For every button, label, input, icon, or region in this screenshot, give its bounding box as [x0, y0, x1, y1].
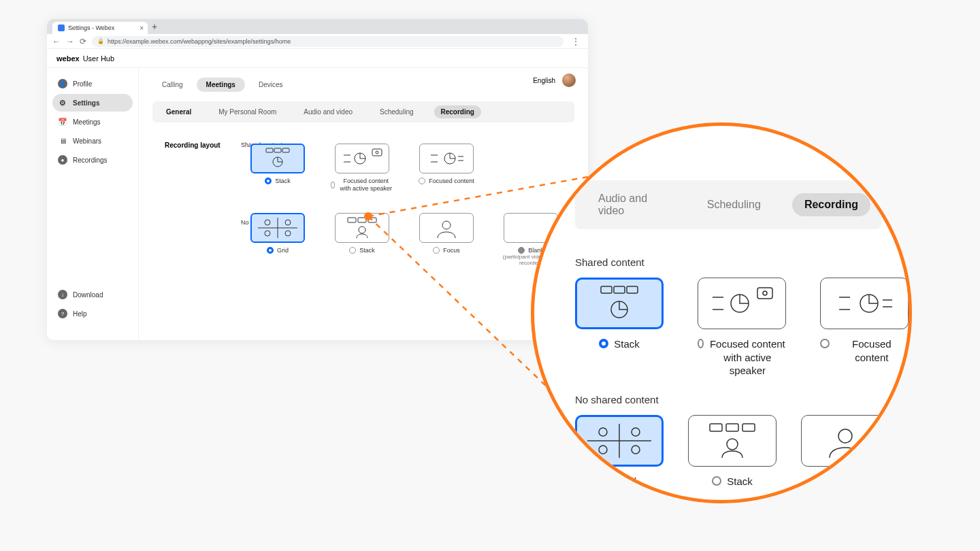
- zoom-option-focused-active[interactable]: Focused content with active speaker: [698, 278, 786, 378]
- browser-window: Settings - Webex × + ← → ⟳ 🔒 https://exa…: [47, 19, 588, 340]
- sidebar-item-recordings[interactable]: ● Recordings: [52, 151, 133, 169]
- tab-title: Settings - Webex: [68, 24, 114, 31]
- header-right: English: [533, 73, 576, 87]
- svg-rect-0: [266, 148, 273, 152]
- url-field[interactable]: 🔒 https://example.webex.com/webappng/sit…: [92, 36, 564, 47]
- layout-option-grid[interactable]: Grid: [246, 213, 309, 267]
- radio-stack-shared[interactable]: Stack: [265, 178, 291, 185]
- tab-label: Meetings: [206, 81, 235, 88]
- reload-icon[interactable]: ⟳: [80, 37, 86, 46]
- browser-menu-icon[interactable]: ⋮: [569, 37, 583, 46]
- calendar-icon: 📅: [58, 117, 67, 127]
- svg-rect-22: [368, 218, 376, 222]
- new-tab-button[interactable]: +: [152, 22, 157, 31]
- sidebar-label: Profile: [73, 80, 92, 88]
- zoom-radio-focus[interactable]: Focus: [824, 475, 867, 488]
- subtab-audio-video[interactable]: Audio and video: [297, 105, 359, 118]
- zoom-subtab-audio-video[interactable]: Audio and video: [586, 187, 676, 222]
- radio-focused-active[interactable]: Focused content with active speaker: [331, 178, 393, 193]
- subtab-general[interactable]: General: [159, 105, 198, 118]
- sidebar-label: Settings: [73, 99, 99, 107]
- layout-thumb-focused-content-icon: [419, 144, 474, 173]
- sidebar-item-settings[interactable]: ⚙ Settings: [52, 94, 133, 112]
- svg-rect-20: [348, 218, 356, 222]
- zoom-shared-header: Shared content: [575, 256, 881, 268]
- radio-focused-content[interactable]: Focused content: [419, 178, 474, 185]
- svg-point-47: [632, 446, 640, 454]
- zoom-option-grid[interactable]: Grid: [575, 415, 664, 488]
- webinar-icon: 🖥: [58, 136, 67, 146]
- radio-stack-noshared[interactable]: Stack: [349, 247, 375, 254]
- layout-thumb-focus-icon: [419, 213, 474, 243]
- subtab-recording[interactable]: Recording: [434, 105, 481, 118]
- gear-icon: ⚙: [58, 98, 67, 107]
- zoom-subtab-label: Recording: [804, 199, 858, 210]
- close-tab-icon[interactable]: ×: [140, 24, 144, 32]
- zoom-thumb-stack-icon: [575, 278, 664, 329]
- zoom-option-stack-shared[interactable]: Stack: [575, 278, 664, 378]
- sidebar-label: Webinars: [73, 137, 101, 145]
- zoom-radio-grid[interactable]: Grid: [602, 475, 636, 488]
- zoom-thumb-focus-icon: [801, 415, 889, 467]
- sidebar-item-meetings[interactable]: 📅 Meetings: [52, 113, 133, 131]
- svg-rect-29: [614, 286, 625, 293]
- zoom-radio-focused-active[interactable]: Focused content with active speaker: [698, 337, 786, 378]
- magnifier-callout: Audio and video Scheduling Recording Sha…: [531, 122, 912, 503]
- radio-grid[interactable]: Grid: [267, 247, 289, 254]
- svg-point-5: [376, 151, 378, 154]
- forward-icon[interactable]: →: [66, 37, 74, 46]
- layout-option-focus[interactable]: Focus: [415, 213, 478, 267]
- zoom-shared-row: Stack Focused content with active speake…: [575, 278, 881, 378]
- zoom-thumb-stack-noshared-icon: [688, 415, 777, 467]
- svg-rect-48: [710, 424, 722, 431]
- sidebar-item-download[interactable]: ↓ Download: [52, 286, 133, 303]
- subtab-personal-room[interactable]: My Personal Room: [212, 105, 283, 118]
- favicon-icon: [58, 24, 65, 31]
- url-text: https://example.webex.com/webappng/sites…: [108, 38, 291, 45]
- radio-focus[interactable]: Focus: [433, 247, 460, 254]
- zoom-radio-focused-content[interactable]: Focused content: [820, 337, 909, 364]
- tab-calling[interactable]: Calling: [152, 78, 193, 92]
- svg-point-33: [763, 291, 767, 295]
- layout-option-stack-shared[interactable]: Stack: [246, 144, 309, 193]
- svg-point-45: [632, 428, 640, 436]
- zoom-subtab-label: Audio and video: [598, 193, 647, 216]
- svg-rect-2: [282, 148, 289, 152]
- layout-option-stack-noshared[interactable]: Stack: [331, 213, 393, 267]
- tab-devices[interactable]: Devices: [249, 78, 293, 92]
- zoom-option-focus[interactable]: Focus: [801, 415, 889, 488]
- layout-option-focused-active[interactable]: Focused content with active speaker: [331, 144, 393, 193]
- svg-point-19: [285, 231, 291, 236]
- sidebar-item-profile[interactable]: 👤 Profile: [52, 75, 133, 93]
- svg-rect-32: [757, 288, 772, 299]
- sidebar-item-webinars[interactable]: 🖥 Webinars: [52, 132, 133, 150]
- zoom-radio-stack-shared[interactable]: Stack: [599, 337, 640, 351]
- svg-rect-1: [274, 148, 281, 152]
- zoom-thumb-focused-content-icon: [820, 278, 909, 329]
- user-avatar[interactable]: [562, 73, 576, 87]
- subtab-scheduling[interactable]: Scheduling: [373, 105, 420, 118]
- svg-point-18: [265, 231, 270, 236]
- svg-point-16: [265, 220, 270, 225]
- zoom-option-stack-noshared[interactable]: Stack: [688, 415, 777, 488]
- zoom-subtab-scheduling[interactable]: Scheduling: [695, 193, 773, 216]
- language-selector[interactable]: English: [533, 77, 555, 84]
- download-icon: ↓: [58, 290, 67, 299]
- svg-point-17: [285, 220, 291, 225]
- back-icon[interactable]: ←: [52, 37, 61, 46]
- zoom-radio-stack-noshared[interactable]: Stack: [712, 475, 753, 488]
- svg-rect-30: [627, 286, 638, 293]
- browser-tab[interactable]: Settings - Webex ×: [52, 22, 148, 34]
- zoom-option-focused-content[interactable]: Focused content: [820, 278, 909, 378]
- tab-meetings[interactable]: Meetings: [197, 78, 245, 92]
- zoom-subtab-recording[interactable]: Recording: [792, 193, 870, 216]
- svg-point-44: [599, 428, 607, 436]
- lock-icon: 🔒: [97, 38, 104, 44]
- secondary-tabs: General My Personal Room Audio and video…: [152, 101, 574, 122]
- sidebar-item-help[interactable]: ? Help: [52, 305, 133, 322]
- sidebar-label: Meetings: [73, 118, 101, 126]
- layout-option-focused-content[interactable]: Focused content: [415, 144, 478, 193]
- primary-tabs: Calling Meetings Devices: [152, 78, 574, 92]
- app-product: User Hub: [83, 54, 114, 63]
- svg-rect-4: [372, 149, 382, 156]
